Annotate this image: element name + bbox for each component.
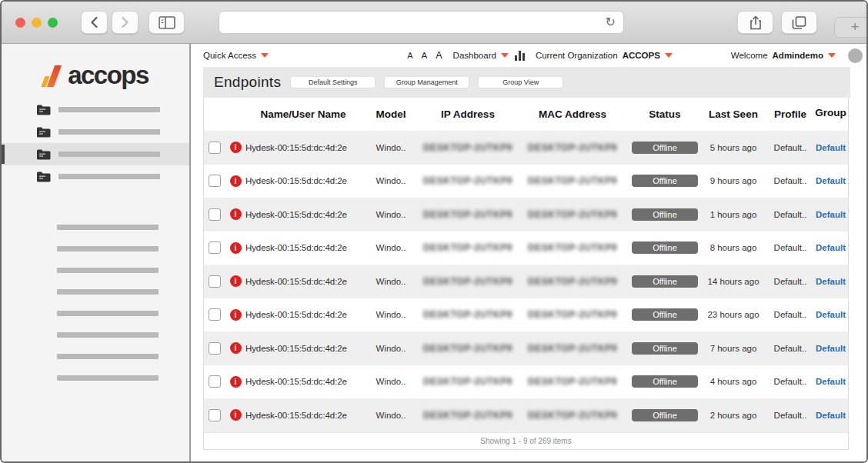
group-link[interactable]: Default	[816, 176, 846, 185]
sidebar-item[interactable]	[2, 324, 189, 345]
table-row: i Hydesk-00:15:5d:dc:4d:2e Windo.. DESKT…	[204, 198, 848, 232]
profile: Default..	[767, 344, 813, 353]
row-checkbox[interactable]	[209, 342, 221, 355]
quick-access-menu[interactable]: Quick Access	[203, 51, 269, 60]
last-seen: 23 hours ago	[699, 310, 767, 319]
sidebar-item[interactable]	[2, 121, 189, 143]
forward-button[interactable]	[112, 11, 139, 34]
endpoints-table: Name/User Name Model IP Address MAC Addr…	[203, 98, 849, 450]
accops-logo-text: accops	[68, 62, 149, 89]
share-button[interactable]	[737, 11, 773, 34]
info-icon[interactable]: i	[230, 342, 242, 354]
group-link[interactable]: Default	[816, 143, 846, 152]
group-link[interactable]: Default	[816, 277, 846, 286]
sidebar-toggle-icon	[159, 16, 175, 29]
quick-access-label: Quick Access	[203, 51, 256, 60]
sidebar-item-placeholder	[57, 289, 159, 295]
info-icon[interactable]: i	[230, 309, 242, 321]
endpoint-name: Hydesk-00:15:5d:dc:4d:2e	[245, 143, 361, 152]
endpoint-name: Hydesk-00:15:5d:dc:4d:2e	[245, 344, 361, 353]
dashboard-menu[interactable]: Dashboard	[453, 51, 525, 61]
endpoint-model: Windo..	[361, 243, 421, 252]
table-row: i Hydesk-00:15:5d:dc:4d:2e Windo.. DESKT…	[204, 298, 848, 332]
sidebar-toggle-button[interactable]	[149, 11, 185, 34]
font-size-large[interactable]: A	[436, 50, 442, 61]
group-link[interactable]: Default	[816, 411, 846, 420]
info-icon[interactable]: i	[230, 175, 242, 187]
font-size-small[interactable]: A	[408, 51, 413, 60]
table-row: i Hydesk-00:15:5d:dc:4d:2e Windo.. DESKT…	[204, 331, 848, 365]
main-content: Quick Access A A A Dashboard C	[191, 44, 866, 461]
info-icon[interactable]: i	[230, 376, 242, 388]
sidebar-item[interactable]	[2, 143, 189, 165]
reload-icon[interactable]: ↻	[606, 16, 616, 28]
new-tab-button[interactable]: +	[834, 17, 868, 38]
font-size-medium[interactable]: A	[422, 51, 428, 60]
endpoint-model: Windo..	[361, 411, 421, 420]
sidebar-item-placeholder	[57, 375, 159, 381]
last-seen: 5 hours ago	[699, 143, 767, 152]
sidebar-item[interactable]	[2, 98, 189, 121]
user-menu[interactable]: Welcome Admindemo	[731, 51, 836, 60]
group-link[interactable]: Default	[816, 377, 846, 386]
status-badge: Offline	[632, 175, 698, 187]
status-badge: Offline	[632, 241, 698, 254]
row-checkbox[interactable]	[209, 375, 221, 388]
profile: Default..	[767, 143, 813, 152]
back-button[interactable]	[81, 11, 108, 34]
sidebar-item[interactable]	[2, 367, 189, 388]
close-button[interactable]	[15, 18, 25, 28]
group-view-button[interactable]: Group View	[478, 76, 563, 88]
group-management-button[interactable]: Group Management	[384, 76, 469, 88]
profile: Default..	[767, 411, 813, 420]
sidebar-item[interactable]	[2, 302, 189, 324]
info-icon[interactable]: i	[230, 208, 242, 220]
current-organization-menu[interactable]: Current Organization ACCOPS	[536, 51, 673, 60]
minimize-button[interactable]	[32, 18, 42, 28]
info-icon[interactable]: i	[230, 142, 242, 153]
sidebar-item[interactable]	[2, 281, 189, 302]
row-checkbox[interactable]	[209, 275, 221, 288]
row-checkbox[interactable]	[209, 241, 221, 254]
group-link[interactable]: Default	[816, 210, 846, 219]
endpoint-model: Windo..	[361, 310, 421, 319]
plus-icon: +	[850, 18, 859, 35]
row-checkbox[interactable]	[209, 175, 221, 187]
zoom-button[interactable]	[48, 18, 58, 28]
info-icon[interactable]: i	[230, 409, 242, 421]
top-utility-bar: Quick Access A A A Dashboard C	[203, 44, 866, 67]
group-link[interactable]: Default	[816, 243, 846, 252]
endpoint-mac-redacted: DESKTOP-2UTKP9	[515, 410, 630, 421]
group-link[interactable]: Default	[816, 310, 846, 319]
default-settings-button[interactable]: Default Settings	[290, 76, 376, 88]
endpoint-mac-redacted: DESKTOP-2UTKP9	[515, 343, 630, 354]
status-badge: Offline	[632, 208, 698, 221]
folder-icon	[36, 148, 51, 160]
sidebar-item[interactable]	[2, 216, 189, 238]
endpoint-name: Hydesk-00:15:5d:dc:4d:2e	[245, 310, 361, 319]
profile: Default..	[767, 377, 813, 386]
sidebar-item[interactable]	[2, 165, 189, 188]
row-checkbox[interactable]	[209, 142, 221, 154]
avatar[interactable]	[848, 48, 863, 63]
info-icon[interactable]: i	[230, 275, 242, 287]
sidebar-item[interactable]	[2, 345, 189, 367]
sidebar: accops	[2, 44, 191, 461]
url-input[interactable]: ↻	[219, 11, 624, 34]
show-tabs-button[interactable]	[781, 11, 817, 34]
sidebar-item[interactable]	[2, 238, 189, 259]
last-seen: 8 hours ago	[699, 243, 767, 252]
row-checkbox[interactable]	[209, 308, 221, 321]
table-header-row: Name/User Name Model IP Address MAC Addr…	[204, 98, 848, 131]
group-link[interactable]: Default	[816, 344, 846, 353]
forward-icon	[121, 16, 129, 28]
sidebar-item-placeholder	[57, 268, 159, 273]
table-row: i Hydesk-00:15:5d:dc:4d:2e Windo.. DESKT…	[204, 165, 848, 198]
sidebar-item-placeholder	[57, 332, 159, 338]
info-icon[interactable]: i	[230, 242, 242, 254]
status-badge: Offline	[632, 142, 698, 154]
row-checkbox[interactable]	[209, 208, 221, 221]
sidebar-item[interactable]	[2, 259, 189, 281]
col-header-mac: MAC Address	[515, 108, 630, 120]
row-checkbox[interactable]	[209, 409, 221, 421]
